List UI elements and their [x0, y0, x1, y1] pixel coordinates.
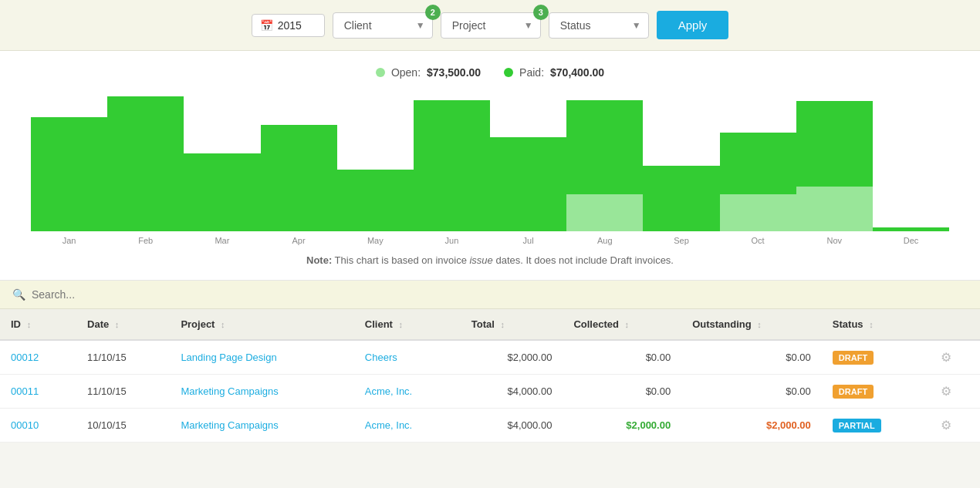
cell-client: Cheers	[354, 340, 461, 375]
top-bar: 📅 2 Client ▼ 3 Project ▼ Status ▼ Apply	[0, 0, 980, 51]
cell-total: $2,000.00	[461, 340, 563, 375]
bar-paid	[720, 133, 796, 194]
project-link[interactable]: Landing Page Design	[181, 352, 276, 363]
invoice-id-link[interactable]: 00010	[11, 419, 39, 431]
search-icon: 🔍	[12, 288, 25, 301]
cell-project: Landing Page Design	[170, 340, 353, 375]
project-link[interactable]: Marketing Campaigns	[181, 419, 278, 431]
cell-outstanding: $2,000.00	[681, 409, 822, 443]
open-legend-value: $73,500.00	[427, 66, 481, 79]
cell-outstanding: $0.00	[681, 375, 822, 409]
col-id[interactable]: ID ↕	[0, 309, 76, 340]
invoices-table: ID ↕ Date ↕ Project ↕ Client ↕ Total ↕ C…	[0, 309, 980, 443]
client-link[interactable]: Cheers	[365, 352, 397, 363]
invoice-id-link[interactable]: 00011	[11, 385, 39, 397]
cell-id: 00010	[0, 409, 76, 443]
paid-legend-value: $70,400.00	[550, 66, 604, 79]
search-input-wrap: 🔍	[12, 288, 968, 301]
cell-collected: $0.00	[563, 340, 681, 375]
cell-project: Marketing Campaigns	[170, 375, 353, 409]
search-bar: 🔍	[0, 281, 980, 309]
col-total[interactable]: Total ↕	[461, 309, 563, 340]
cell-status: DRAFT	[822, 375, 930, 409]
apply-button[interactable]: Apply	[657, 11, 729, 39]
col-outstanding[interactable]: Outstanding ↕	[681, 309, 822, 340]
cell-date: 11/10/15	[76, 340, 170, 375]
bar-group-jan: Jan	[31, 89, 107, 245]
cell-project: Marketing Campaigns	[170, 409, 353, 443]
bar-group-jun: Jun	[414, 89, 490, 245]
bar-group-oct: Oct	[720, 89, 796, 245]
bar-month-label: Oct	[752, 236, 765, 245]
col-project[interactable]: Project ↕	[170, 309, 353, 340]
bar-month-label: Feb	[138, 236, 153, 245]
cell-client: Acme, Inc.	[354, 409, 461, 443]
col-status[interactable]: Status ↕	[822, 309, 930, 340]
bar-group-mar: Mar	[184, 89, 260, 245]
bar-month-label: Jun	[445, 236, 459, 245]
bar-month-label: Aug	[597, 236, 613, 245]
cell-actions: ⚙	[930, 375, 980, 409]
status-dropdown[interactable]: Status	[549, 12, 649, 39]
cell-id: 00011	[0, 375, 76, 409]
year-input[interactable]	[278, 19, 316, 32]
status-badge: DRAFT	[833, 351, 874, 365]
table-row: 00011 11/10/15 Marketing Campaigns Acme,…	[0, 375, 980, 409]
chart-note-prefix: Note:	[306, 254, 332, 266]
bar-group-may: May	[337, 89, 414, 245]
chart-legend: Open: $73,500.00 Paid: $70,400.00	[23, 66, 957, 79]
cell-outstanding: $0.00	[681, 340, 822, 375]
invoice-id-link[interactable]: 00012	[11, 352, 39, 363]
col-date[interactable]: Date ↕	[76, 309, 170, 340]
client-link[interactable]: Acme, Inc.	[365, 419, 412, 431]
bar-group-feb: Feb	[107, 89, 184, 245]
chart-section: Open: $73,500.00 Paid: $70,400.00 JanFeb…	[0, 51, 980, 281]
gear-icon[interactable]: ⚙	[941, 351, 951, 364]
bar-group-jul: Jul	[490, 89, 566, 245]
project-link[interactable]: Marketing Campaigns	[181, 385, 278, 397]
client-link[interactable]: Acme, Inc.	[365, 385, 412, 397]
bar-paid	[337, 170, 414, 231]
cell-date: 11/10/15	[76, 375, 170, 409]
bar-open	[720, 194, 796, 231]
table-row: 00012 11/10/15 Landing Page Design Cheer…	[0, 340, 980, 375]
chart-note-text: This chart is based on invoice issue dat…	[335, 254, 674, 266]
bar-open	[796, 187, 873, 231]
bar-chart: JanFebMarAprMayJunJulAugSepOctNovDec	[23, 91, 957, 245]
col-actions	[930, 309, 980, 340]
bar-month-label: May	[367, 236, 384, 245]
bar-group-dec: Dec	[873, 89, 949, 245]
bar-month-label: Apr	[292, 236, 306, 245]
cell-collected: $0.00	[563, 375, 681, 409]
bar-month-label: Jul	[523, 236, 534, 245]
open-legend-label: Open:	[391, 66, 421, 79]
bar-group-apr: Apr	[261, 89, 337, 245]
bar-paid	[490, 137, 566, 231]
status-badge: PARTIAL	[833, 419, 881, 432]
project-dropdown-wrap: 3 Project ▼	[441, 12, 541, 39]
col-client[interactable]: Client ↕	[354, 309, 461, 340]
client-dropdown[interactable]: Client	[333, 12, 433, 39]
gear-icon[interactable]: ⚙	[941, 385, 951, 398]
project-dropdown[interactable]: Project	[441, 12, 541, 39]
gear-icon[interactable]: ⚙	[941, 419, 951, 432]
cell-date: 10/10/15	[76, 409, 170, 443]
bar-paid	[261, 125, 337, 231]
bar-month-label: Dec	[904, 236, 919, 245]
bar-month-label: Mar	[215, 236, 229, 245]
search-input[interactable]	[32, 288, 263, 301]
bar-paid	[31, 117, 107, 231]
paid-legend-label: Paid:	[519, 66, 544, 79]
bar-paid	[566, 100, 643, 194]
cell-actions: ⚙	[930, 340, 980, 375]
status-dropdown-wrap: Status ▼	[549, 12, 649, 39]
bar-paid	[184, 153, 260, 231]
cell-total: $4,000.00	[461, 409, 563, 443]
bar-month-label: Sep	[674, 236, 689, 245]
year-input-wrap: 📅	[252, 14, 325, 37]
cell-status: DRAFT	[822, 340, 930, 375]
col-collected[interactable]: Collected ↕	[563, 309, 681, 340]
client-dropdown-wrap: 2 Client ▼	[333, 12, 433, 39]
table-row: 00010 10/10/15 Marketing Campaigns Acme,…	[0, 409, 980, 443]
bar-month-label: Nov	[827, 236, 843, 245]
